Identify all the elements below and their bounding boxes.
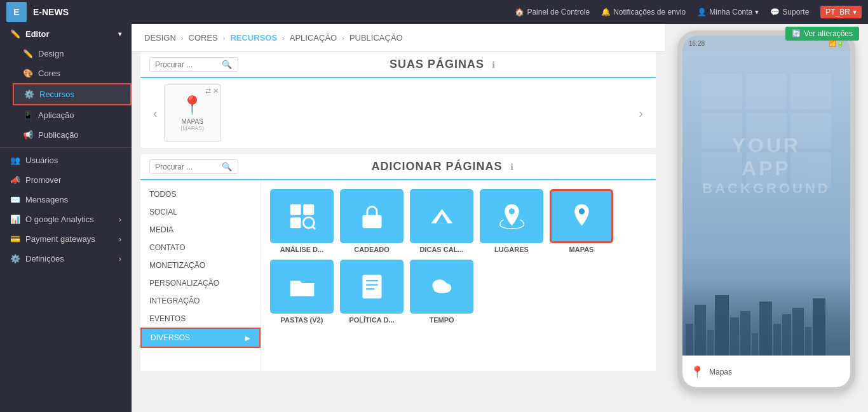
breadcrumb-sep-4: › <box>342 34 344 42</box>
suporte-link[interactable]: 💬 Suporte <box>770 8 809 17</box>
breadcrumb-aplicacao[interactable]: APLICAÇÃO <box>290 33 337 43</box>
svg-point-7 <box>508 208 514 214</box>
payment-arrow-icon: › <box>119 234 121 244</box>
svg-line-4 <box>312 226 315 229</box>
svg-rect-9 <box>362 275 381 299</box>
phone-preview: 16:28 📶🔋 YOUR APP BACKGROUND <box>665 24 868 412</box>
sidebar-editor-sub: ✏️ Design 🎨 Cores ⚙️ Recursos 📱 Aplicaçã… <box>0 44 132 145</box>
sidebar-item-definicoes[interactable]: ⚙️ Definições › <box>0 249 132 269</box>
sidebar-item-payment-gateways[interactable]: 💳 Payment gateways › <box>0 229 132 249</box>
card-move-icon[interactable]: ⇄ <box>205 87 211 95</box>
sidebar: ✏️ Editor ▾ ✏️ Design 🎨 Cores ⚙️ Recurso… <box>0 24 132 412</box>
sidebar-item-cores[interactable]: 🎨 Cores <box>13 63 132 83</box>
definicoes-arrow-icon: › <box>119 254 121 263</box>
category-todos[interactable]: TODOS <box>140 185 261 203</box>
cores-label: Cores <box>38 69 60 78</box>
bell-icon: 🔔 <box>601 8 611 17</box>
category-integracao[interactable]: INTEGRAÇÃO <box>140 292 261 310</box>
sidebar-item-usuarios[interactable]: 👥 Usuários <box>0 150 132 170</box>
suas-paginas-search-input[interactable] <box>155 60 219 69</box>
pastas-icon-box[interactable] <box>270 260 334 314</box>
editor-arrow-icon: ▾ <box>118 30 121 37</box>
sidebar-item-publicacao[interactable]: 📢 Publicação <box>13 125 132 145</box>
svg-rect-0 <box>290 204 301 215</box>
google-analytics-label: O google Analytics <box>25 215 94 224</box>
promote-icon: 📣 <box>10 175 20 185</box>
item-tempo[interactable]: TEMPO <box>410 260 473 324</box>
sidebar-item-promover[interactable]: 📣 Promover <box>0 170 132 190</box>
breadcrumb: DESIGN › CORES › RECURSOS › APLICAÇÃO › … <box>132 24 665 52</box>
refresh-icon: 🔄 <box>792 29 801 38</box>
users-icon: 👥 <box>10 156 20 165</box>
sidebar-item-design[interactable]: ✏️ Design <box>13 44 132 63</box>
notificacoes-link[interactable]: 🔔 Notificações de envio <box>601 8 686 17</box>
language-button[interactable]: PT_BR ▾ <box>820 6 862 18</box>
item-analise[interactable]: ANÁLISE D... <box>270 189 334 253</box>
item-pastas[interactable]: PASTAS (V2) <box>270 260 334 324</box>
ver-alteracoes-container: 🔄 Ver alterações <box>785 24 859 43</box>
sidebar-item-google-analytics[interactable]: 📊 O google Analytics › <box>0 209 132 229</box>
suas-paginas-search[interactable]: 🔍 <box>149 57 238 72</box>
editor-label: Editor <box>25 29 50 39</box>
topbar-right: 🏠 Painel de Controle 🔔 Notificações de e… <box>515 6 862 18</box>
sidebar-item-mensagens[interactable]: ✉️ Mensagens <box>0 190 132 209</box>
phone-map-label: Mapas <box>709 368 732 376</box>
ver-alteracoes-button[interactable]: 🔄 Ver alterações <box>785 27 859 41</box>
lugares-icon-box[interactable] <box>480 189 543 243</box>
search-icon: 🔍 <box>222 60 232 69</box>
item-grid: ANÁLISE D... CADEADO DICAS C <box>261 180 656 371</box>
minha-conta-link[interactable]: 👤 Minha Conta ▾ <box>697 8 759 17</box>
dashboard-icon: 🏠 <box>515 8 524 17</box>
sidebar-item-recursos[interactable]: ⚙️ Recursos <box>13 83 132 105</box>
adicionar-paginas-search[interactable]: 🔍 <box>149 159 238 174</box>
dicas-icon-box[interactable] <box>410 189 473 243</box>
cadeado-icon-box[interactable] <box>340 189 403 243</box>
phone-time: 16:28 <box>689 40 705 47</box>
category-social[interactable]: SOCIAL <box>140 203 261 221</box>
category-monetizacao[interactable]: MONETIZAÇÃO <box>140 256 261 274</box>
breadcrumb-design[interactable]: DESIGN <box>144 33 176 43</box>
svg-point-15 <box>433 285 450 293</box>
payment-icon: 💳 <box>10 234 20 244</box>
tempo-icon-box[interactable] <box>410 260 473 314</box>
phone-bottom-bar: 📍 Mapas <box>682 356 850 387</box>
promover-label: Promover <box>25 175 61 185</box>
item-lugares[interactable]: LUGARES <box>480 189 543 253</box>
adicionar-paginas-search-input[interactable] <box>155 163 219 171</box>
carousel-next-button[interactable]: › <box>632 106 649 121</box>
svg-rect-2 <box>290 217 301 228</box>
payment-gateways-label: Payment gateways <box>25 234 95 244</box>
category-contato[interactable]: CONTATO <box>140 239 261 256</box>
category-eventos[interactable]: EVENTOS <box>140 310 261 328</box>
messages-icon: ✉️ <box>10 195 20 204</box>
breadcrumb-publicacao[interactable]: PUBLICAÇÃO <box>349 33 403 43</box>
breadcrumb-sep-2: › <box>223 34 226 42</box>
category-diversos[interactable]: DIVERSOS <box>140 328 261 348</box>
politica-icon-box[interactable] <box>340 260 403 314</box>
suas-paginas-section: 🔍 SUAS PÁGINAS ℹ ‹ ⇄ ✕ 📍 MAPAS <box>140 52 656 148</box>
app-icon: 📱 <box>23 110 33 120</box>
category-personalizacao[interactable]: PERSONALIZAÇÃO <box>140 274 261 292</box>
phone-skyline <box>682 279 850 356</box>
analise-icon-box[interactable] <box>270 189 334 243</box>
page-card-mapas[interactable]: ⇄ ✕ 📍 MAPAS (MAPAS) <box>164 84 221 142</box>
item-politica[interactable]: POLÍTICA D... <box>340 260 403 324</box>
support-icon: 💬 <box>770 8 780 17</box>
user-icon: 👤 <box>697 8 707 17</box>
carousel-content: ⇄ ✕ 📍 MAPAS (MAPAS) <box>164 84 633 142</box>
publish-icon: 📢 <box>23 130 33 140</box>
breadcrumb-recursos[interactable]: RECURSOS <box>230 33 277 43</box>
aplicacao-label: Aplicação <box>38 110 74 120</box>
carousel-prev-button[interactable]: ‹ <box>147 106 164 121</box>
painel-link[interactable]: 🏠 Painel de Controle <box>515 8 590 17</box>
item-mapas[interactable]: MAPAS <box>550 189 613 253</box>
category-media[interactable]: MEDIA <box>140 221 261 239</box>
mapas-icon-box[interactable] <box>550 189 613 243</box>
item-dicas[interactable]: DICAS CAL... <box>410 189 473 253</box>
sidebar-editor[interactable]: ✏️ Editor ▾ <box>0 24 132 44</box>
breadcrumb-cores[interactable]: CORES <box>189 33 218 43</box>
card-close-icon[interactable]: ✕ <box>213 87 219 95</box>
topbar: E E-NEWS 🏠 Painel de Controle 🔔 Notifica… <box>0 0 868 24</box>
sidebar-item-aplicacao[interactable]: 📱 Aplicação <box>13 105 132 125</box>
item-cadeado[interactable]: CADEADO <box>340 189 403 253</box>
